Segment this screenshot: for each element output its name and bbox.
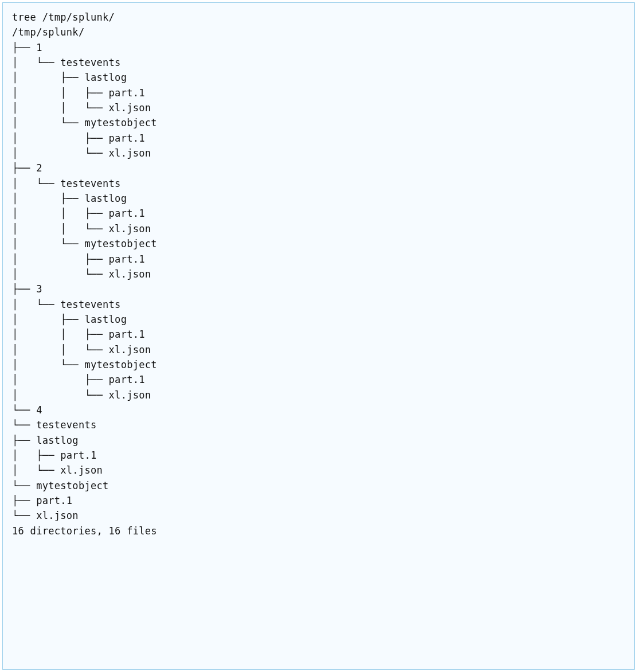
terminal-output: tree /tmp/splunk/ /tmp/splunk/ ├── 1 │ └… [2,2,635,670]
tree-root-path: /tmp/splunk/ [12,26,84,38]
tree-line: │ │ ├── part.1 [12,329,145,340]
tree-line: ├── 1 [12,42,42,53]
tree-line: │ └── xl.json [12,147,151,159]
tree-line: │ └── testevents [12,178,121,189]
tree-line: │ ├── lastlog [12,193,127,204]
tree-line: │ ├── lastlog [12,314,127,325]
tree-line: │ └── xl.json [12,464,103,476]
tree-line: │ ├── part.1 [12,450,97,461]
tree-line: └── testevents [12,419,97,431]
tree-line: │ └── testevents [12,299,121,310]
tree-line: │ ├── part.1 [12,374,145,385]
tree-line: ├── part.1 [12,495,72,506]
tree-line: │ ├── part.1 [12,132,145,144]
tree-line: └── mytestobject [12,480,109,491]
tree-line: │ │ └── xl.json [12,344,151,355]
tree-line: │ │ └── xl.json [12,223,151,235]
tree-line: │ └── testevents [12,57,121,68]
tree-line: │ └── mytestobject [12,359,157,370]
command-line: tree /tmp/splunk/ [12,11,115,23]
tree-line: │ ├── lastlog [12,72,127,83]
tree-line: ├── 3 [12,283,42,295]
tree-line: │ └── xl.json [12,268,151,280]
tree-line: ├── lastlog [12,435,79,446]
tree-line: │ │ ├── part.1 [12,208,145,219]
tree-line: ├── 2 [12,162,42,174]
tree-line: │ └── mytestobject [12,238,157,249]
tree-line: │ │ └── xl.json [12,102,151,114]
tree-line: │ │ ├── part.1 [12,87,145,99]
tree-line: │ └── mytestobject [12,117,157,128]
tree-line: │ ├── part.1 [12,253,145,265]
tree-line: └── 4 [12,404,42,416]
tree-line: └── xl.json [12,510,79,521]
tree-summary: 16 directories, 16 files [12,525,157,537]
tree-line: │ └── xl.json [12,389,151,401]
